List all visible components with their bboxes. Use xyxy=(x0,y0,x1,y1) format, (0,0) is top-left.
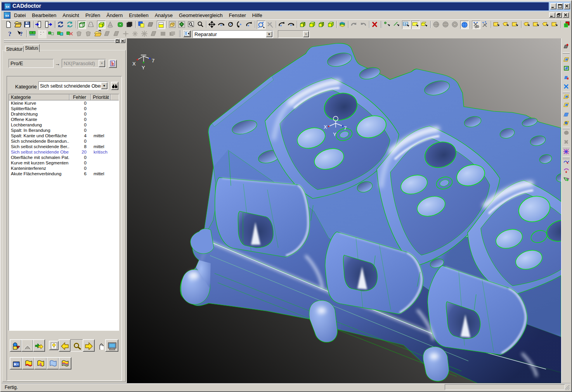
svg-text:Y: Y xyxy=(333,131,336,137)
svg-text:7: 7 xyxy=(344,125,347,131)
svg-text:5: 5 xyxy=(40,363,42,367)
svg-text:?: ? xyxy=(8,30,12,38)
svg-text:X: X xyxy=(132,61,136,67)
svg-text:7: 7 xyxy=(152,58,154,64)
svg-text:Y: Y xyxy=(142,65,145,71)
svg-text:?: ? xyxy=(20,31,23,37)
svg-text:X: X xyxy=(324,124,327,130)
